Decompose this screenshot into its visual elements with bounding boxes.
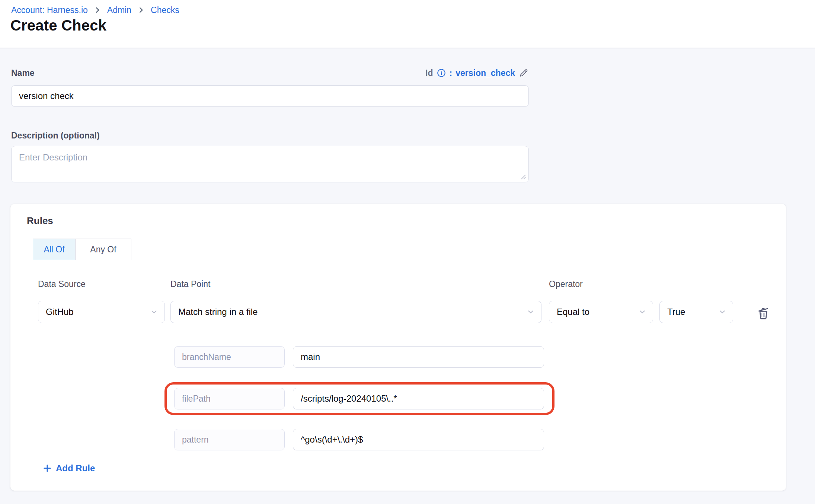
rules-title: Rules bbox=[27, 215, 53, 227]
data-source-label: Data Source bbox=[38, 279, 86, 289]
id-separator: : bbox=[450, 68, 453, 78]
data-source-value: GitHub bbox=[46, 307, 74, 317]
page-title: Create Check bbox=[10, 17, 106, 34]
param-key-filepath: filePath bbox=[174, 388, 285, 409]
data-source-select[interactable]: GitHub bbox=[38, 301, 165, 323]
param-value-filepath[interactable] bbox=[293, 388, 544, 409]
chevron-down-icon bbox=[526, 307, 535, 316]
operator-label: Operator bbox=[549, 279, 583, 289]
description-textarea[interactable] bbox=[11, 146, 529, 182]
description-field bbox=[11, 146, 529, 182]
name-label: Name bbox=[11, 68, 35, 78]
chevron-down-icon bbox=[150, 307, 159, 316]
chevron-down-icon bbox=[718, 307, 727, 316]
breadcrumb-link-account[interactable]: Account: Harness.io bbox=[11, 4, 88, 16]
breadcrumb-link-checks[interactable]: Checks bbox=[151, 4, 179, 16]
trash-icon bbox=[756, 306, 771, 320]
delete-rule-button[interactable] bbox=[755, 304, 772, 322]
toggle-all-of[interactable]: All Of bbox=[33, 239, 76, 260]
edit-pencil-icon[interactable] bbox=[518, 68, 529, 78]
breadcrumb-link-admin[interactable]: Admin bbox=[107, 4, 131, 16]
id-label: Id bbox=[425, 68, 433, 78]
operator-expected-value: True bbox=[667, 307, 685, 317]
name-id-row: Name Id : version_check bbox=[11, 68, 529, 78]
info-icon[interactable] bbox=[437, 68, 446, 78]
toggle-any-of[interactable]: Any Of bbox=[76, 239, 131, 260]
param-key-pattern: pattern bbox=[174, 429, 285, 450]
rules-match-toggle: All Of Any Of bbox=[33, 239, 131, 260]
param-key-branchname: branchName bbox=[174, 346, 285, 368]
operator-value: Equal to bbox=[557, 307, 589, 317]
create-check-page: Account: Harness.io Admin Checks Create … bbox=[0, 0, 815, 504]
plus-icon bbox=[42, 463, 52, 473]
breadcrumb: Account: Harness.io Admin Checks bbox=[11, 4, 179, 16]
description-label: Description (optional) bbox=[11, 131, 100, 141]
operator-select[interactable]: Equal to bbox=[549, 301, 653, 323]
chevron-right-icon bbox=[93, 6, 102, 14]
chevron-down-icon bbox=[638, 307, 647, 316]
add-rule-button[interactable]: Add Rule bbox=[42, 463, 95, 473]
data-point-select[interactable]: Match string in a file bbox=[170, 301, 541, 323]
operator-value-select[interactable]: True bbox=[659, 301, 733, 323]
data-point-label: Data Point bbox=[170, 279, 210, 289]
param-value-pattern[interactable] bbox=[293, 429, 544, 450]
page-header: Account: Harness.io Admin Checks Create … bbox=[0, 0, 815, 48]
param-value-branchname[interactable] bbox=[293, 346, 544, 368]
id-value-link[interactable]: version_check bbox=[456, 68, 515, 78]
page-content: Name Id : version_check Description (opt… bbox=[0, 48, 815, 504]
data-point-value: Match string in a file bbox=[178, 307, 258, 317]
add-rule-label: Add Rule bbox=[56, 463, 95, 473]
chevron-right-icon bbox=[137, 6, 145, 14]
resize-grip-icon[interactable] bbox=[520, 174, 526, 180]
id-display: Id : version_check bbox=[425, 68, 529, 78]
rules-card: Rules All Of Any Of Data Source Data Poi… bbox=[10, 204, 786, 491]
name-input[interactable] bbox=[11, 85, 529, 107]
